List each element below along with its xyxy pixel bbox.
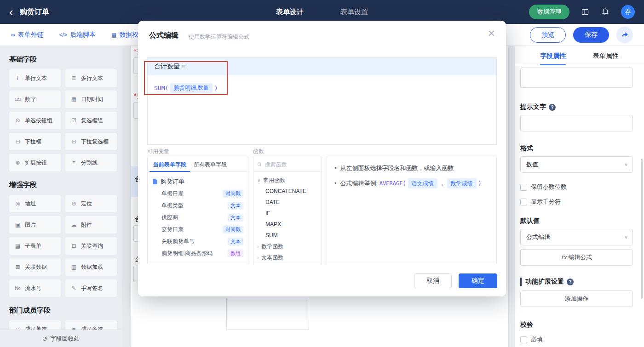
field-address[interactable]: ◎地址 (9, 195, 61, 212)
panel-scrollbar[interactable] (641, 159, 643, 299)
field-datetime[interactable]: ▦日期时间 (65, 91, 117, 108)
modal-subtitle: 使用数学运算符编辑公式 (189, 33, 249, 41)
hint-text-input[interactable] (520, 115, 633, 131)
save-button[interactable]: 保存 (573, 27, 609, 43)
document-icon (152, 178, 158, 185)
keep-decimal-checkbox[interactable]: 保留小数位数 (520, 183, 633, 191)
tab-field-properties[interactable]: 字段属性 (540, 46, 566, 65)
formula-edit-modal: 公式编辑 使用数学运算符编辑公式 × 合计数量 = SUM( 购货明细.数量 )… (138, 21, 506, 296)
field-divider[interactable]: ≡分割线 (65, 154, 117, 171)
var-row[interactable]: 供应商文本 (152, 211, 243, 223)
field-image[interactable]: ▣图片 (9, 216, 61, 233)
function-search-input[interactable] (265, 161, 318, 168)
field-multi-text[interactable]: ≣多行文本 (65, 69, 117, 87)
function-item[interactable]: DATE (253, 197, 322, 208)
function-item[interactable]: MAPX (253, 219, 322, 230)
field-ext-button[interactable]: ⊜扩展按钮 (9, 154, 61, 171)
var-row[interactable]: 单据日期时间戳 (152, 188, 243, 199)
cancel-button[interactable]: 取消 (414, 273, 452, 288)
image-icon: ▣ (14, 222, 22, 228)
default-value-label: 默认值 (520, 217, 633, 225)
backend-script-item[interactable]: </> 后端脚本 (59, 31, 96, 39)
formula-editor: 合计数量 = SUM( 购货明细.数量 ) (147, 57, 497, 145)
add-action-button[interactable]: 添加操作 (520, 290, 633, 307)
back-icon[interactable]: ‹ (9, 7, 13, 17)
form-external-link-item[interactable]: ∞ 表单外链 (11, 31, 44, 39)
field-radio-group[interactable]: ⊙单选按钮组 (9, 112, 61, 129)
thousand-separator-checkbox[interactable]: 显示千分符 (520, 198, 633, 206)
bell-icon[interactable] (601, 7, 610, 17)
share-icon (621, 31, 629, 39)
panel-toggle-icon[interactable] (581, 7, 590, 17)
var-row[interactable]: 单据类型文本 (152, 199, 243, 211)
field-library-sidebar: 基础字段 T单行文本 ≣多行文本 123数字 ▦日期时间 ⊙单选按钮组 ☑复选框… (0, 46, 122, 347)
checkbox-icon: ☑ (70, 117, 78, 124)
share-button[interactable] (616, 27, 633, 43)
subform-cell-fragment[interactable] (226, 298, 309, 330)
close-icon[interactable]: × (488, 27, 495, 39)
avatar[interactable]: 存 (621, 5, 635, 19)
checkbox-unchecked[interactable] (520, 336, 527, 343)
data-load-icon: ▥ (70, 264, 78, 270)
formula-field-token[interactable]: 购货明细.数量 (170, 83, 212, 93)
function-group-common[interactable]: ∨常用函数 (253, 175, 322, 186)
section-title-members: 部门成员字段 (9, 306, 122, 315)
variables-root-node[interactable]: 购货订单 (152, 176, 243, 188)
field-attachment[interactable]: ☁附件 (65, 216, 117, 233)
field-subform[interactable]: ▤子表单 (9, 237, 61, 255)
field-signature[interactable]: ✎手写签名 (65, 279, 117, 297)
field-select[interactable]: ⊟下拉框 (9, 133, 61, 150)
field-recycle-bin[interactable]: ↺ 字段回收站 (0, 330, 122, 347)
help-icon[interactable]: ? (549, 104, 556, 111)
tab-current-form-fields[interactable]: 当前表单字段 (150, 157, 190, 172)
preview-button[interactable]: 预览 (530, 27, 566, 43)
tab-form-settings[interactable]: 表单设置 (340, 8, 368, 17)
var-row[interactable]: 交货日期时间戳 (152, 223, 243, 235)
serial-icon: № (14, 285, 22, 291)
field-title-input[interactable] (520, 68, 633, 88)
field-related-data[interactable]: ⊠关联数据 (9, 258, 61, 276)
tab-all-form-fields[interactable]: 所有表单字段 (190, 157, 230, 172)
function-item[interactable]: SUM (253, 230, 322, 241)
checkbox-unchecked[interactable] (520, 199, 527, 205)
function-item[interactable]: CONCATENATE (253, 186, 322, 197)
function-item[interactable]: IF (253, 208, 322, 219)
data-manage-button[interactable]: 数据管理 (529, 5, 569, 19)
tab-form-design[interactable]: 表单设计 (276, 8, 304, 17)
edit-formula-button[interactable]: fx编辑公式 (520, 249, 633, 266)
field-location[interactable]: ⊕定位 (65, 195, 117, 212)
help-icon[interactable]: ? (567, 279, 574, 285)
format-select[interactable]: 数值 ∨ (520, 156, 633, 173)
radio-icon: ⊙ (14, 117, 22, 124)
bullet-icon: • (334, 165, 337, 171)
formula-help-panel: •从左侧面板选择字段名和函数，或输入函数 •公式编辑举例: AVERAGE(语文… (327, 157, 497, 264)
field-number[interactable]: 123数字 (9, 91, 61, 108)
field-data-load[interactable]: ▥数据加载 (65, 258, 117, 276)
recycle-label: 字段回收站 (50, 335, 80, 343)
checkbox-unchecked[interactable] (520, 184, 527, 191)
help-line-1: •从左侧面板选择字段名和函数，或输入函数 (334, 164, 489, 173)
data-permission-item[interactable]: ▤ 数据权 (111, 31, 138, 39)
example-function-name: AVERAGE( (380, 180, 406, 187)
field-single-text[interactable]: T单行文本 (9, 69, 61, 87)
function-group-math[interactable]: ›数学函数 (253, 241, 322, 252)
fx-icon: fx (561, 254, 566, 261)
var-row[interactable]: 购货明细.商品条形码数组 (152, 247, 243, 259)
field-lookup[interactable]: ⊡关联查询 (65, 237, 117, 255)
script-icon: </> (59, 32, 67, 38)
function-group-text[interactable]: ›文本函数 (253, 252, 322, 263)
required-checkbox[interactable]: 必填 (520, 336, 633, 344)
section-title-enhanced: 增强字段 (9, 181, 122, 189)
default-value-select[interactable]: 公式编辑 ∨ (520, 229, 633, 245)
select-icon: ⊟ (14, 138, 22, 145)
field-multi-select[interactable]: ⊞下拉复选框 (65, 133, 117, 150)
var-row[interactable]: 关联购货单号文本 (152, 235, 243, 247)
confirm-button[interactable]: 确定 (459, 273, 497, 288)
field-checkbox-group[interactable]: ☑复选框组 (65, 112, 117, 129)
signature-icon: ✎ (70, 285, 78, 291)
field-serial-number[interactable]: №流水号 (9, 279, 61, 297)
section-title-basic: 基础字段 (9, 55, 122, 64)
variables-label: 可用变量 (147, 148, 169, 155)
tab-form-properties[interactable]: 表单属性 (593, 46, 619, 65)
formula-input-area[interactable]: SUM( 购货明细.数量 ) (148, 75, 496, 101)
